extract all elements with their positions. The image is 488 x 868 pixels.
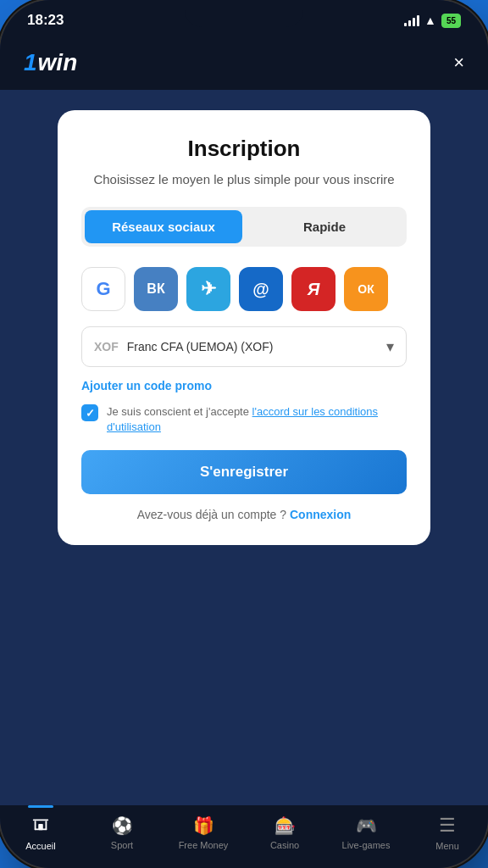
terms-text: Je suis conscient et j'accepte l'accord … bbox=[107, 404, 407, 435]
screen: 18:23 ▲ 55 1 win × Inscr bbox=[0, 0, 488, 868]
phone-frame: 18:23 ▲ 55 1 win × Inscr bbox=[0, 0, 488, 868]
dropdown-arrow-icon: ▾ bbox=[386, 337, 394, 356]
nav-item-home[interactable]: Accueil bbox=[0, 814, 81, 851]
login-row: Avez-vous déjà un compte ? Connexion bbox=[81, 508, 407, 521]
bottom-navigation: Accueil ⚽ Sport 🎁 Free Money 🎰 Casino 🎮 … bbox=[0, 805, 488, 868]
checkmark-icon: ✓ bbox=[86, 407, 95, 420]
currency-name: Franc CFA (UEMOA) (XOF) bbox=[127, 340, 378, 353]
yandex-login-button[interactable]: Я bbox=[291, 267, 336, 311]
logo-win: win bbox=[38, 49, 78, 76]
nav-item-menu[interactable]: ☰ Menu bbox=[407, 815, 488, 851]
menu-icon: ☰ bbox=[439, 815, 456, 837]
home-icon bbox=[31, 814, 50, 837]
terms-row: ✓ Je suis conscient et j'accepte l'accor… bbox=[81, 404, 407, 435]
wifi-icon: ▲ bbox=[424, 14, 436, 27]
signal-bars-icon bbox=[404, 14, 419, 26]
battery-indicator: 55 bbox=[441, 14, 461, 28]
free-money-icon: 🎁 bbox=[193, 815, 214, 836]
notch bbox=[185, 0, 303, 27]
vk-login-button[interactable]: ВК bbox=[134, 267, 178, 311]
casino-icon: 🎰 bbox=[274, 815, 296, 836]
tab-social-networks[interactable]: Réseaux sociaux bbox=[85, 210, 242, 243]
logo: 1 win bbox=[24, 49, 77, 76]
main-content: Inscription Choisissez le moyen le plus … bbox=[0, 90, 488, 805]
nav-item-live-games[interactable]: 🎮 Live-games bbox=[325, 815, 407, 850]
nav-label-menu: Menu bbox=[435, 841, 459, 851]
register-button[interactable]: S'enregistrer bbox=[81, 450, 407, 494]
nav-item-free-money[interactable]: 🎁 Free Money bbox=[163, 815, 244, 850]
nav-label-live-games: Live-games bbox=[342, 840, 391, 850]
status-time: 18:23 bbox=[27, 12, 64, 29]
nav-item-casino[interactable]: 🎰 Casino bbox=[244, 815, 325, 850]
modal-subtitle: Choisissez le moyen le plus simple pour … bbox=[81, 170, 407, 188]
modal-title: Inscription bbox=[81, 136, 407, 162]
modal-card: Inscription Choisissez le moyen le plus … bbox=[58, 110, 430, 545]
login-link[interactable]: Connexion bbox=[290, 508, 351, 521]
nav-label-home: Accueil bbox=[25, 841, 55, 851]
registration-tabs: Réseaux sociaux Rapide bbox=[81, 207, 407, 247]
nav-active-indicator bbox=[28, 805, 53, 808]
nav-label-casino: Casino bbox=[270, 840, 299, 850]
tab-quick[interactable]: Rapide bbox=[246, 210, 403, 243]
live-games-icon: 🎮 bbox=[356, 815, 377, 836]
app-header: 1 win × bbox=[0, 36, 488, 90]
currency-code: XOF bbox=[94, 340, 119, 353]
svg-rect-0 bbox=[33, 819, 48, 821]
nav-label-free-money: Free Money bbox=[179, 840, 229, 850]
social-providers: G ВК ✈ @ Я ОК bbox=[81, 267, 407, 311]
close-button[interactable]: × bbox=[453, 53, 464, 72]
login-prompt-text: Avez-vous déjà un compte ? bbox=[137, 508, 286, 521]
logo-1: 1 bbox=[24, 49, 37, 76]
ok-login-button[interactable]: ОК bbox=[344, 267, 388, 311]
status-icons: ▲ 55 bbox=[404, 14, 461, 28]
nav-item-sport[interactable]: ⚽ Sport bbox=[81, 815, 163, 850]
nav-label-sport: Sport bbox=[111, 840, 133, 850]
mail-login-button[interactable]: @ bbox=[239, 267, 283, 311]
promo-code-link[interactable]: Ajouter un code promo bbox=[81, 379, 407, 392]
sport-icon: ⚽ bbox=[112, 815, 133, 836]
google-login-button[interactable]: G bbox=[81, 267, 125, 311]
terms-checkbox[interactable]: ✓ bbox=[81, 404, 98, 421]
currency-dropdown[interactable]: XOF Franc CFA (UEMOA) (XOF) ▾ bbox=[81, 326, 407, 367]
svg-rect-4 bbox=[38, 824, 43, 830]
telegram-login-button[interactable]: ✈ bbox=[186, 267, 230, 311]
